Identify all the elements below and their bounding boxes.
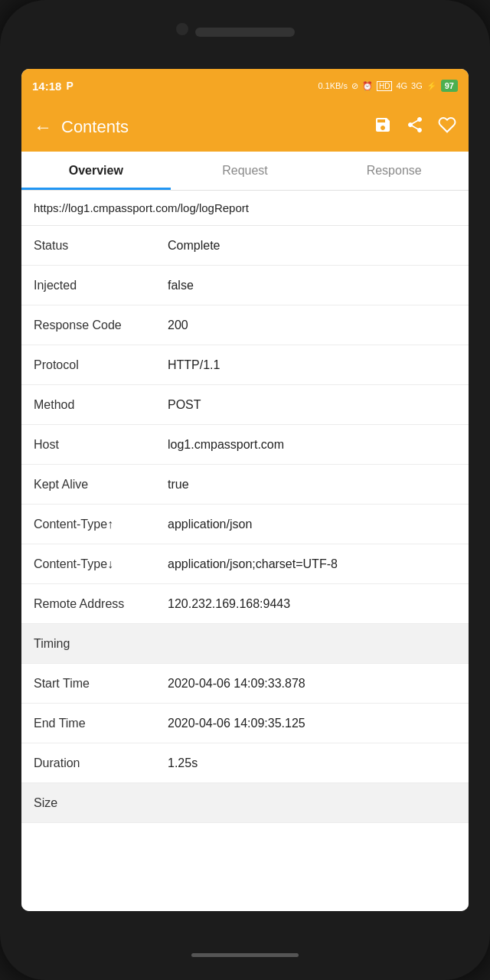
- row-value: application/json: [168, 518, 456, 531]
- data-row: Hostlog1.cmpassport.com: [21, 425, 469, 465]
- row-label: Injected: [34, 279, 168, 292]
- row-label: Kept Alive: [34, 478, 168, 492]
- row-value: HTTP/1.1: [168, 358, 456, 372]
- data-row: Remote Address120.232.169.168:9443: [21, 584, 469, 624]
- rows-container: StatusCompleteInjectedfalseResponse Code…: [21, 226, 469, 823]
- tab-response[interactable]: Response: [319, 152, 469, 190]
- row-value: Complete: [168, 239, 456, 253]
- 3g-icon: 3G: [411, 81, 423, 90]
- data-row: Content-Type↑application/json: [21, 505, 469, 544]
- url-row: https://log1.cmpassport.com/log/logRepor…: [21, 191, 469, 226]
- hd-icon: HD: [377, 81, 392, 91]
- data-row: StatusComplete: [21, 226, 469, 266]
- phone-camera: [176, 23, 188, 35]
- row-value: 1.25s: [168, 756, 456, 770]
- phone-frame: 14:18 P 0.1KB/s ⊘ ⏰ HD 4G 3G ⚡ 97 ← Cont…: [0, 0, 490, 980]
- data-row: End Time2020-04-06 14:09:35.125: [21, 704, 469, 743]
- app-bar: ← Contents: [21, 103, 469, 152]
- data-row: Duration1.25s: [21, 743, 469, 783]
- no-signal-icon: ⊘: [351, 81, 358, 91]
- row-label: Protocol: [34, 358, 168, 372]
- back-button[interactable]: ←: [34, 116, 52, 138]
- data-row: ProtocolHTTP/1.1: [21, 345, 469, 385]
- tab-overview[interactable]: Overview: [21, 152, 171, 190]
- row-label: Response Code: [34, 318, 168, 332]
- status-left: 14:18 P: [32, 80, 74, 93]
- save-button[interactable]: [374, 116, 392, 139]
- row-value: POST: [168, 398, 456, 412]
- row-label: Start Time: [34, 677, 168, 691]
- section-label: Timing: [34, 637, 168, 651]
- charging-icon: ⚡: [426, 81, 437, 91]
- phone-screen: 14:18 P 0.1KB/s ⊘ ⏰ HD 4G 3G ⚡ 97 ← Cont…: [21, 69, 469, 911]
- 4g-icon: 4G: [396, 81, 407, 90]
- row-label: Method: [34, 398, 168, 412]
- row-label: End Time: [34, 717, 168, 730]
- parking-icon: P: [66, 80, 73, 92]
- favorite-button[interactable]: [438, 116, 456, 139]
- battery-indicator: 97: [441, 80, 458, 92]
- status-bar: 14:18 P 0.1KB/s ⊘ ⏰ HD 4G 3G ⚡ 97: [21, 69, 469, 103]
- tab-request[interactable]: Request: [171, 152, 320, 190]
- row-label: Content-Type↓: [34, 557, 168, 571]
- section-label: Size: [34, 796, 168, 810]
- url-value: https://log1.cmpassport.com/log/logRepor…: [34, 201, 249, 214]
- content-area[interactable]: https://log1.cmpassport.com/log/logRepor…: [21, 191, 469, 911]
- row-label: Status: [34, 239, 168, 253]
- row-value: false: [168, 279, 456, 292]
- row-label: Duration: [34, 756, 168, 770]
- share-button[interactable]: [406, 116, 424, 139]
- data-row: Injectedfalse: [21, 266, 469, 305]
- section-header-row: Size: [21, 783, 469, 823]
- row-label: Host: [34, 438, 168, 452]
- row-value: true: [168, 478, 456, 492]
- row-label: Content-Type↑: [34, 518, 168, 531]
- alarm-icon: ⏰: [362, 81, 373, 91]
- row-value: 200: [168, 318, 456, 332]
- tabs: Overview Request Response: [21, 152, 469, 191]
- time-display: 14:18: [32, 80, 61, 93]
- row-value: 2020-04-06 14:09:35.125: [168, 717, 456, 730]
- row-value: 120.232.169.168:9443: [168, 597, 456, 611]
- row-value: 2020-04-06 14:09:33.878: [168, 677, 456, 691]
- section-header-row: Timing: [21, 624, 469, 664]
- data-row: Content-Type↓application/json;charset=UT…: [21, 544, 469, 584]
- phone-bottom-bar: [191, 953, 299, 957]
- phone-speaker: [195, 28, 295, 37]
- status-right: 0.1KB/s ⊘ ⏰ HD 4G 3G ⚡ 97: [318, 80, 458, 92]
- row-value: log1.cmpassport.com: [168, 438, 456, 452]
- app-bar-actions: [374, 116, 456, 139]
- row-label: Remote Address: [34, 597, 168, 611]
- data-row: Response Code200: [21, 305, 469, 345]
- row-value: application/json;charset=UTF-8: [168, 557, 456, 571]
- network-speed: 0.1KB/s: [318, 81, 348, 90]
- data-row: Start Time2020-04-06 14:09:33.878: [21, 664, 469, 704]
- data-row: Kept Alivetrue: [21, 465, 469, 505]
- app-title: Contents: [61, 117, 374, 137]
- data-row: MethodPOST: [21, 385, 469, 425]
